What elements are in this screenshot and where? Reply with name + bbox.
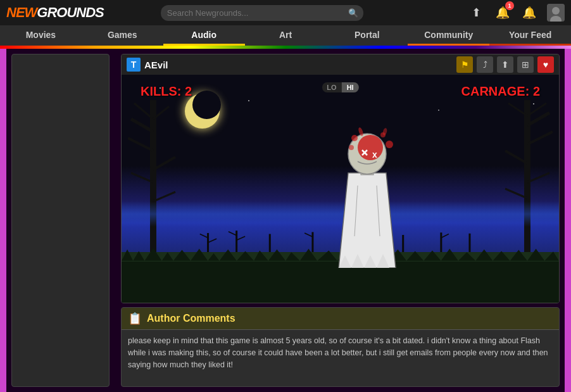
nav-audio[interactable]: Audio [163, 25, 245, 46]
author-comments-body: please keep in mind that this game is al… [122, 330, 559, 376]
quality-lo[interactable]: LO [322, 82, 341, 92]
logo-new: NEW [6, 4, 37, 21]
logo-grounds: GROUNDS [37, 4, 103, 21]
svg-point-40 [358, 135, 383, 160]
game-title-bar: T AEvil ⚑ ⤴ ⬆ ⊞ ♥ [122, 54, 559, 75]
search-input[interactable] [161, 5, 363, 21]
author-comments-header: 📋 Author Comments [122, 308, 559, 330]
nav-portal[interactable]: Portal [326, 25, 408, 46]
svg-line-24 [237, 236, 246, 240]
upload-icon[interactable]: ⬆ [467, 4, 485, 22]
game-scene: KILLS: 2 CARNAGE: 2 LO HI [122, 75, 559, 303]
game-canvas[interactable]: KILLS: 2 CARNAGE: 2 LO HI [122, 75, 559, 303]
svg-line-5 [128, 138, 153, 151]
site-logo[interactable]: NEWGROUNDS [6, 4, 104, 21]
flag-button[interactable]: ⚑ [456, 56, 473, 73]
svg-line-14 [505, 151, 527, 163]
game-type-badge: T [127, 58, 141, 72]
svg-text:x: x [372, 149, 377, 160]
content-wrapper: T AEvil ⚑ ⤴ ⬆ ⊞ ♥ [121, 54, 560, 387]
favorite-button[interactable]: ♥ [537, 56, 554, 73]
svg-line-27 [304, 233, 313, 237]
author-comments-title: Author Comments [147, 313, 235, 324]
download-button[interactable]: ⬆ [497, 56, 513, 73]
svg-line-7 [131, 173, 153, 182]
tree-left [128, 100, 179, 265]
svg-line-8 [153, 192, 175, 201]
search-icon: 🔍 [348, 8, 358, 18]
game-character: x [323, 122, 411, 268]
svg-point-43 [386, 141, 393, 148]
svg-line-20 [200, 234, 208, 237]
svg-line-4 [131, 119, 153, 132]
star [438, 110, 439, 111]
nav-community[interactable]: Community [408, 25, 489, 46]
hud-carnage: CARNAGE: 2 [461, 84, 540, 99]
svg-marker-34 [339, 173, 396, 268]
bookmark-button[interactable]: ⊞ [517, 56, 534, 73]
author-comments-panel: 📋 Author Comments please keep in mind th… [121, 307, 560, 387]
svg-point-1 [552, 7, 560, 15]
header-icons: ⬆ 🔔 1 🔔 [467, 4, 565, 22]
search-bar: 🔍 [161, 5, 363, 21]
user-avatar[interactable] [547, 4, 565, 22]
tree-right [502, 100, 553, 265]
svg-point-41 [351, 135, 358, 141]
svg-point-44 [349, 145, 354, 150]
quality-hi[interactable]: HI [342, 82, 359, 92]
svg-line-23 [229, 232, 237, 236]
nav-movies[interactable]: Movies [0, 25, 82, 46]
svg-line-16 [505, 189, 527, 198]
svg-line-6 [153, 157, 175, 170]
notifications-icon[interactable]: 🔔 1 [494, 4, 511, 22]
share-button[interactable]: ⤴ [477, 56, 493, 73]
notification-badge: 1 [505, 1, 514, 10]
star [248, 100, 249, 101]
avatar-img [547, 4, 565, 22]
main-content: T AEvil ⚑ ⤴ ⬆ ⊞ ♥ [0, 49, 571, 392]
main-nav: Movies Games Audio Art Portal Community … [0, 25, 571, 46]
moon [185, 94, 220, 129]
nav-your-feed[interactable]: Your Feed [489, 25, 571, 46]
nav-art[interactable]: Art [245, 25, 327, 46]
svg-line-13 [527, 132, 553, 144]
svg-line-15 [527, 173, 549, 182]
site-header: NEWGROUNDS 🔍 ⬆ 🔔 1 🔔 [0, 0, 571, 25]
svg-line-21 [208, 239, 217, 243]
moon-shadow [192, 91, 221, 119]
hud-kills: KILLS: 2 [141, 84, 192, 99]
svg-line-31 [441, 234, 449, 237]
nav-games[interactable]: Games [82, 25, 163, 46]
game-title-text: AEvil [144, 60, 168, 70]
quality-toggle[interactable]: LO HI [322, 82, 358, 92]
game-panel: T AEvil ⚑ ⤴ ⬆ ⊞ ♥ [121, 54, 560, 303]
comments-icon: 📋 [128, 312, 142, 326]
left-sidebar [11, 54, 110, 387]
game-title-icons: ⚑ ⤴ ⬆ ⊞ ♥ [456, 56, 554, 73]
game-title-left: T AEvil [127, 58, 168, 72]
alerts-icon[interactable]: 🔔 [520, 4, 538, 22]
